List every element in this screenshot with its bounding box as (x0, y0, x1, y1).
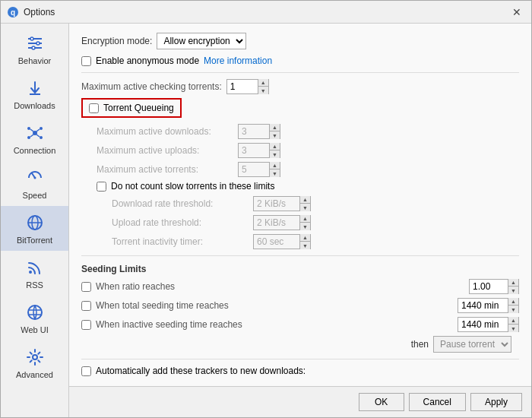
ratio-label: When ratio reaches (96, 281, 263, 292)
slow-torrents-label: Do not count slow torrents in these limi… (111, 181, 274, 192)
svg-point-26 (33, 355, 37, 359)
max-torrents-btns: ▲ ▼ (269, 162, 280, 177)
ratio-checkbox[interactable] (81, 282, 91, 292)
sidebar-item-connection[interactable]: Connection (1, 116, 68, 161)
dl-threshold-label: Download rate threshold: (112, 198, 249, 209)
dl-threshold-spinbox: ▲ ▼ (253, 196, 311, 211)
sidebar-item-rss[interactable]: RSS (1, 251, 68, 296)
svg-point-12 (27, 136, 30, 139)
seeding-time-checkbox[interactable] (81, 301, 91, 311)
cancel-button[interactable]: Cancel (409, 393, 466, 411)
behavior-label: Behavior (18, 56, 51, 65)
dl-threshold-up-btn[interactable]: ▲ (299, 196, 310, 204)
inactivity-spinbox: ▲ ▼ (253, 234, 311, 249)
svg-point-22 (29, 271, 32, 274)
sidebar-item-bittorrent[interactable]: BitTorrent (1, 206, 68, 251)
sidebar-item-webui[interactable]: Web UI (1, 296, 68, 340)
inactive-time-btns: ▲ ▼ (508, 317, 518, 332)
apply-button[interactable]: Apply (470, 393, 522, 411)
ul-threshold-input[interactable] (254, 216, 299, 230)
svg-point-10 (27, 127, 30, 130)
seeding-time-up-btn[interactable]: ▲ (508, 298, 518, 306)
max-checking-up-btn[interactable]: ▲ (258, 79, 268, 87)
torrent-queueing-checkbox[interactable] (89, 103, 99, 113)
max-uploads-input[interactable] (239, 144, 269, 157)
svg-point-7 (32, 46, 35, 49)
inactive-time-checkbox[interactable] (81, 320, 91, 330)
max-uploads-spinbox: ▲ ▼ (238, 143, 280, 158)
svg-point-5 (30, 37, 33, 40)
seeding-time-spinbox: ▲ ▼ (458, 298, 519, 313)
then-label: then (411, 339, 429, 350)
anon-mode-label: Enable anonymous mode (96, 55, 199, 66)
ul-threshold-spinbox: ▲ ▼ (253, 215, 311, 230)
slow-torrents-checkbox[interactable] (97, 182, 106, 192)
main-content: Encryption mode: Allow encryption Enable… (69, 24, 531, 417)
rss-label: RSS (26, 280, 43, 290)
title-bar-left: q Options (7, 6, 55, 18)
webui-icon (24, 302, 46, 323)
ratio-btns: ▲ ▼ (508, 279, 518, 294)
connection-icon (24, 122, 46, 144)
max-checking-down-btn[interactable]: ▼ (258, 87, 268, 94)
downloads-label: Downloads (14, 101, 55, 110)
inactivity-label: Torrent inactivity timer: (112, 236, 249, 247)
max-uploads-up-btn[interactable]: ▲ (269, 143, 280, 150)
title-bar: q Options ✕ (1, 1, 531, 24)
ratio-up-btn[interactable]: ▲ (508, 279, 518, 287)
max-torrents-label: Maximum active torrents: (97, 164, 233, 175)
seeding-time-btns: ▲ ▼ (508, 298, 518, 313)
svg-point-6 (36, 42, 40, 45)
max-checking-spinbox: ▲ ▼ (226, 79, 269, 94)
inactivity-down-btn[interactable]: ▼ (299, 242, 310, 249)
max-uploads-down-btn[interactable]: ▼ (269, 150, 280, 158)
dl-threshold-input[interactable] (254, 197, 299, 211)
trackers-checkbox[interactable] (81, 366, 91, 376)
advanced-icon (24, 347, 46, 368)
then-select[interactable]: Pause torrent (433, 336, 511, 353)
more-info-link[interactable]: More information (204, 55, 272, 66)
max-torrents-input[interactable] (239, 163, 269, 176)
max-downloads-btns: ▲ ▼ (269, 124, 280, 139)
max-torrents-down-btn[interactable]: ▼ (269, 169, 280, 177)
encryption-row: Encryption mode: Allow encryption (81, 33, 519, 49)
inactivity-input[interactable] (254, 235, 299, 249)
max-downloads-label: Maximum active downloads: (97, 126, 233, 137)
ul-threshold-label: Upload rate threshold: (112, 217, 249, 228)
close-button[interactable]: ✕ (508, 4, 525, 21)
window-title: Options (24, 7, 55, 17)
max-downloads-input[interactable] (239, 125, 269, 138)
inactive-time-input[interactable] (458, 318, 508, 331)
ul-threshold-up-btn[interactable]: ▲ (299, 215, 310, 223)
inactive-time-down-btn[interactable]: ▼ (508, 325, 518, 332)
sidebar-item-downloads[interactable]: Downloads (1, 71, 68, 116)
ul-threshold-down-btn[interactable]: ▼ (299, 223, 310, 230)
max-torrents-up-btn[interactable]: ▲ (269, 162, 280, 169)
seeding-time-input[interactable] (458, 299, 508, 312)
connection-label: Connection (14, 146, 56, 155)
max-downloads-spinbox: ▲ ▼ (238, 124, 280, 139)
dl-threshold-down-btn[interactable]: ▼ (299, 204, 310, 211)
encryption-label: Encryption mode: (81, 36, 152, 46)
max-uploads-label: Maximum active uploads: (97, 145, 233, 156)
sidebar-item-behavior[interactable]: Behavior (1, 27, 68, 71)
max-checking-input[interactable] (227, 80, 258, 93)
svg-line-14 (30, 129, 33, 131)
max-downloads-down-btn[interactable]: ▼ (269, 131, 280, 139)
seeding-time-down-btn[interactable]: ▼ (508, 306, 518, 313)
ok-button[interactable]: OK (359, 393, 404, 411)
ratio-input[interactable] (470, 280, 508, 293)
trackers-label: Automatically add these trackers to new … (96, 366, 306, 376)
sidebar-item-speed[interactable]: Speed (1, 161, 68, 206)
ul-threshold-row: Upload rate threshold: ▲ ▼ (112, 215, 519, 230)
inactive-time-up-btn[interactable]: ▲ (508, 317, 518, 325)
ratio-down-btn[interactable]: ▼ (508, 287, 518, 294)
speed-label: Speed (23, 191, 47, 200)
anon-mode-checkbox[interactable] (81, 56, 91, 66)
sidebar-item-advanced[interactable]: Advanced (1, 340, 68, 385)
content-area: Behavior Downloads (1, 24, 531, 417)
max-downloads-up-btn[interactable]: ▲ (269, 124, 280, 131)
app-icon: q (7, 6, 19, 18)
encryption-select[interactable]: Allow encryption (157, 33, 246, 49)
inactivity-up-btn[interactable]: ▲ (299, 234, 310, 242)
